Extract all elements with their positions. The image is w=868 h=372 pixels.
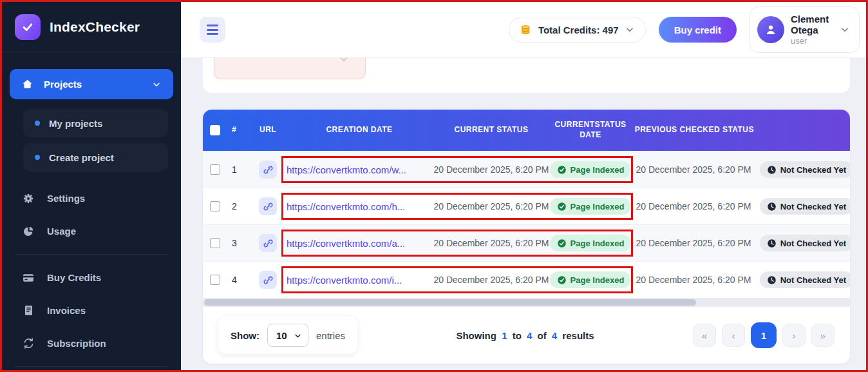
pagination-first-button[interactable]: « [693,324,716,347]
creation-date: 20 December 2025, 6:20 PM [433,238,549,248]
results-summary: Showing 1 to 4 of 4 results [357,330,693,341]
sidebar-item-invoices[interactable]: Invoices [2,294,181,327]
column-header-currentstatus-date: CURRENTSTATUS DATE [549,120,632,140]
link-icon[interactable] [259,234,277,252]
table-row: 3 https://convertkmto.com/a... 20 Decemb… [203,224,850,261]
link-icon[interactable] [259,161,277,179]
buy-credit-button[interactable]: Buy credit [659,17,737,43]
clock-icon [767,275,777,285]
status-badge: Page Indexed [550,161,632,178]
sidebar-item-label: Subscription [47,338,106,349]
logo-check-icon [15,14,41,40]
currentstatus-date: 20 December 2025, 6:20 PM [632,238,755,248]
row-checkbox[interactable] [210,201,220,211]
sidebar-item-label: Create project [49,152,114,163]
coins-icon [520,23,533,36]
pagination-last-button[interactable]: » [811,324,835,347]
sidebar-item-label: Buy Credits [47,272,101,283]
pagination-page-1-button[interactable]: 1 [751,322,777,348]
user-menu[interactable]: Clement Otega user [750,6,860,54]
gear-icon [21,191,35,206]
sidebar-item-create-project[interactable]: Create project [23,143,168,171]
total-credits-dropdown[interactable]: Total Credits: 497 [509,17,646,43]
creation-date: 20 December 2025, 6:20 PM [433,201,549,211]
table-footer: Show: 10 entries Showing 1 to 4 of 4 [203,307,850,364]
status-badge: Page Indexed [550,235,632,251]
pagination: « ‹ 1 › » [693,322,835,348]
url-link[interactable]: https://convertkmto.com/h... [285,201,433,212]
link-icon[interactable] [259,197,277,215]
main-panel: # URL CREATION DATE CURRENT STATUS CURRE… [181,57,866,370]
scrolled-card [203,57,850,93]
sidebar: IndexChecker Projects My projects Create… [2,2,181,370]
clock-icon [767,239,777,248]
status-badge: Page Indexed [550,271,632,288]
entries-label: entries [316,330,345,341]
url-link[interactable]: https://convertkmto.com/w... [285,164,433,175]
app-window: IndexChecker Projects My projects Create… [2,2,866,370]
sidebar-item-usage[interactable]: Usage [2,215,181,248]
row-number: 2 [227,201,252,211]
page-size-control: Show: 10 entries [218,317,357,354]
sidebar-item-label: Projects [44,79,82,90]
row-number: 3 [227,238,252,248]
sidebar-item-buy-credits[interactable]: Buy Credits [2,261,181,294]
menu-toggle-button[interactable] [200,17,225,43]
results-table-card: # URL CREATION DATE CURRENT STATUS CURRE… [203,110,850,364]
table-header: # URL CREATION DATE CURRENT STATUS CURRE… [203,110,850,151]
sidebar-item-settings[interactable]: Settings [2,182,181,215]
column-header-current-status: CURRENT STATUS [433,125,549,135]
chevron-down-icon [151,79,162,90]
url-link[interactable]: https://convertkmto.com/a... [285,238,433,249]
app-title: IndexChecker [50,19,140,35]
page-size-value: 10 [276,330,287,341]
sidebar-item-projects[interactable]: Projects [10,69,173,99]
link-icon[interactable] [259,271,277,289]
currentstatus-date: 20 December 2025, 6:20 PM [632,164,755,175]
sidebar-menu: Settings Usage [2,182,181,367]
pagination-prev-button[interactable]: ‹ [722,324,745,347]
currentstatus-date: 20 December 2025, 6:20 PM [632,275,755,285]
chevron-down-icon [625,24,635,35]
chevron-down-icon [840,24,850,35]
previous-status-badge: Not Checked Yet [760,235,850,251]
user-name: Clement Otega [791,14,833,36]
scrollbar-thumb[interactable] [204,299,696,306]
table-row: 1 https://convertkmto.com/w... 20 Decemb… [203,151,850,188]
content-area: Total Credits: 497 Buy credit Clement Ot… [181,2,866,370]
row-checkbox[interactable] [210,238,220,248]
table-row: 4 https://convertkmto.com/i... 20 Decemb… [203,261,850,298]
row-checkbox[interactable] [210,164,220,175]
bullet-dot-icon [35,121,40,126]
clock-icon [767,165,777,175]
sidebar-item-subscription[interactable]: Subscription [2,327,181,360]
column-header-num: # [227,125,252,135]
home-icon [21,78,33,90]
select-all-checkbox[interactable] [210,125,220,135]
sync-icon [21,337,35,351]
currentstatus-date: 20 December 2025, 6:20 PM [632,201,755,211]
previous-status-badge: Not Checked Yet [760,271,850,288]
select-caret-icon [294,331,302,340]
page-size-select[interactable]: 10 [267,324,308,347]
check-circle-icon [557,275,567,285]
bullet-dot-icon [35,155,40,160]
row-number: 1 [227,164,252,175]
status-badge: Page Indexed [550,198,632,215]
url-link[interactable]: https://convertkmto.com/i... [285,275,433,286]
table-body: 1 https://convertkmto.com/w... 20 Decemb… [203,151,850,298]
check-circle-icon [557,165,567,175]
check-circle-icon [557,202,567,211]
brand: IndexChecker [2,2,181,52]
previous-status-badge: Not Checked Yet [760,198,850,215]
topbar: Total Credits: 497 Buy credit Clement Ot… [181,2,866,57]
table-row: 2 https://convertkmto.com/h... 20 Decemb… [203,188,850,224]
pagination-next-button[interactable]: › [782,324,806,347]
sidebar-divider [15,254,168,255]
row-checkbox[interactable] [210,275,220,285]
creation-date: 20 December 2025, 6:20 PM [433,275,549,285]
sidebar-item-label: My projects [49,118,102,129]
check-circle-icon [557,239,567,248]
topbar-right: Total Credits: 497 Buy credit Clement Ot… [509,6,860,54]
sidebar-item-my-projects[interactable]: My projects [23,109,168,137]
